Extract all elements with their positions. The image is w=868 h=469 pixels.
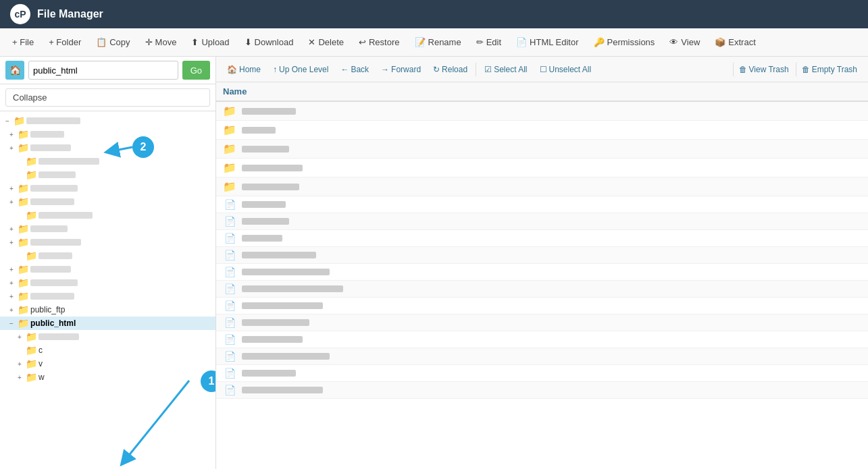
file-row[interactable]: 📄 (216, 365, 868, 382)
tree-item-label (30, 239, 81, 246)
tree-item[interactable]: + 📁 (0, 330, 215, 343)
back-button[interactable]: ← Back (335, 62, 374, 77)
new-folder-button[interactable]: + Folder (42, 34, 88, 51)
file-row[interactable]: 📄 (216, 348, 868, 365)
tree-item[interactable]: + 📁 (0, 195, 215, 209)
tree-item[interactable]: + 📁 (0, 289, 215, 303)
tree-item[interactable]: + 📁 (0, 236, 215, 249)
tree-item-public-ftp[interactable]: + 📁 public_ftp (0, 303, 215, 316)
restore-label: Restore (369, 37, 400, 47)
main-layout: 🏠 Go Collapse − 📁 + 📁 (0, 57, 868, 469)
download-button[interactable]: ⬇ Download (238, 34, 301, 51)
select-all-button[interactable]: ☑ Select All (479, 62, 532, 77)
home-button[interactable]: 🏠 Home (222, 62, 266, 77)
copy-label: Copy (109, 37, 130, 47)
delete-button[interactable]: ✕ Delete (301, 34, 351, 51)
extract-icon: 📦 (715, 37, 725, 47)
rename-button[interactable]: 📝 Rename (408, 34, 468, 51)
tree-item[interactable]: + 📁 (0, 128, 215, 141)
file-row[interactable]: 📄 (216, 298, 868, 314)
file-row[interactable]: 📄 (216, 281, 868, 298)
doc-icon: 📄 (223, 300, 236, 311)
file-row[interactable]: 📁 (216, 102, 868, 121)
file-row[interactable]: 📄 (216, 247, 868, 264)
file-row[interactable]: 📄 (216, 314, 868, 331)
sidebar-go-button[interactable]: Go (182, 61, 210, 80)
folder-icon: 📁 (26, 156, 37, 167)
home-label: Home (239, 65, 261, 74)
html-editor-label: HTML Editor (530, 37, 578, 47)
restore-button[interactable]: ↩ Restore (352, 34, 407, 51)
empty-trash-button[interactable]: 🗑 Empty Trash (796, 62, 863, 77)
file-row[interactable]: 📄 (216, 230, 868, 247)
doc-icon: 📄 (223, 351, 236, 362)
annotation-1-label: 1 (209, 375, 215, 387)
tree-item-c-label: c (39, 346, 43, 355)
file-name (242, 218, 289, 225)
upload-label: Upload (201, 37, 229, 47)
view-trash-button[interactable]: 🗑 View Trash (733, 62, 794, 77)
reload-button[interactable]: ↻ Reload (428, 62, 473, 77)
app-header: cP File Manager (0, 0, 868, 28)
up-one-level-button[interactable]: ↑ Up One Level (267, 62, 334, 77)
permissions-button[interactable]: 🔑 Permissions (587, 34, 662, 51)
file-row[interactable]: 📄 (216, 196, 868, 213)
tree-item-label (39, 212, 93, 219)
back-label: Back (351, 65, 369, 74)
move-button[interactable]: ✛ Move (138, 34, 184, 51)
tree-item-v[interactable]: + 📁 v (0, 357, 215, 370)
copy-button[interactable]: 📋 Copy (89, 34, 136, 51)
sidebar-home-button[interactable]: 🏠 (5, 61, 24, 80)
file-row[interactable]: 📄 (216, 382, 868, 399)
html-editor-icon: 📄 (516, 37, 527, 47)
edit-button[interactable]: ✏ Edit (469, 34, 508, 51)
view-button[interactable]: 👁 View (663, 34, 707, 51)
doc-icon: 📄 (223, 267, 236, 277)
trash-icon: 🗑 (739, 65, 747, 74)
file-name (242, 252, 316, 258)
file-list: Name 📁 📁 📁 📁 📁 (216, 82, 868, 469)
tree-item[interactable]: 📁 (0, 249, 215, 263)
collapse-button[interactable]: Collapse (5, 88, 210, 107)
file-name (242, 302, 323, 309)
tree-item[interactable]: + 📁 (0, 141, 215, 155)
unselect-all-button[interactable]: ☐ Unselect All (534, 62, 597, 77)
permissions-label: Permissions (607, 37, 655, 47)
extract-button[interactable]: 📦 Extract (708, 34, 762, 51)
tree-item[interactable]: + 📁 (0, 182, 215, 195)
tree-item[interactable]: + 📁 (0, 222, 215, 236)
folder-icon: 📁 (14, 115, 25, 126)
file-row[interactable]: 📁 (216, 159, 868, 177)
tree-item-w[interactable]: + 📁 w (0, 370, 215, 384)
upload-button[interactable]: ⬆ Upload (184, 34, 236, 51)
expand-icon: + (15, 332, 24, 341)
tree-item[interactable]: + 📁 (0, 276, 215, 289)
expand-icon: + (7, 224, 16, 233)
sidebar-tree: − 📁 + 📁 + 📁 📁 📁 (0, 111, 215, 469)
permissions-icon: 🔑 (594, 37, 605, 47)
delete-icon: ✕ (308, 37, 315, 47)
tree-item[interactable]: 📁 (0, 168, 215, 182)
tree-item-c[interactable]: 📁 c (0, 343, 215, 357)
back-icon: ← (340, 65, 349, 74)
path-input[interactable] (28, 61, 178, 80)
html-editor-button[interactable]: 📄 HTML Editor (509, 34, 585, 51)
file-row[interactable]: 📄 (216, 213, 868, 230)
tree-item-home[interactable]: − 📁 (0, 114, 215, 128)
home-icon: 🏠 (227, 65, 237, 74)
tree-item-public-html[interactable]: − 📁 public_html (0, 316, 215, 330)
file-row[interactable]: 📁 (216, 140, 868, 159)
tree-item[interactable]: 📁 (0, 155, 215, 168)
new-file-button[interactable]: + File (5, 34, 41, 51)
forward-button[interactable]: → Forward (376, 62, 426, 77)
app-title: File Manager (37, 8, 103, 20)
tree-item[interactable]: 📁 (0, 209, 215, 222)
file-row[interactable]: 📁 (216, 121, 868, 140)
download-label: Download (255, 37, 294, 47)
file-row[interactable]: 📁 (216, 177, 868, 196)
tree-item[interactable]: + 📁 (0, 263, 215, 276)
folder-icon: 📁 (223, 142, 236, 155)
file-row[interactable]: 📄 (216, 331, 868, 348)
file-row[interactable]: 📄 (216, 264, 868, 281)
unselect-all-label: Unselect All (549, 65, 592, 74)
